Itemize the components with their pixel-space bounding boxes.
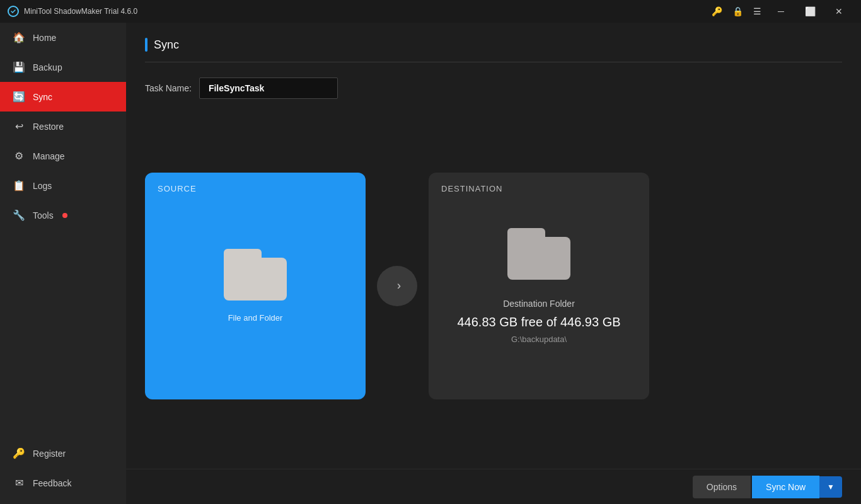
- sidebar-label-logs: Logs: [33, 181, 52, 191]
- sidebar-label-backup: Backup: [33, 62, 62, 72]
- app-title: MiniTool ShadowMaker Trial 4.6.0: [24, 7, 137, 16]
- source-label: SOURCE: [158, 184, 197, 193]
- manage-icon: ⚙: [13, 150, 25, 162]
- sidebar-item-tools[interactable]: 🔧 Tools: [0, 200, 126, 230]
- dest-folder-name: Destination Folder: [503, 299, 575, 309]
- restore-button[interactable]: ⬜: [795, 0, 824, 23]
- sidebar-label-sync: Sync: [33, 92, 52, 102]
- source-description: File and Folder: [228, 313, 283, 323]
- sidebar-item-logs[interactable]: 📋 Logs: [0, 171, 126, 200]
- titlebar-controls: ─ ⬜ ✕: [766, 0, 853, 23]
- page-title-bar: Sync: [145, 38, 842, 62]
- sidebar-label-register: Register: [33, 449, 66, 459]
- menu-icon[interactable]: ☰: [753, 6, 761, 16]
- sync-dropdown-button[interactable]: ▼: [819, 476, 842, 498]
- lock-icon[interactable]: 🔒: [732, 6, 743, 16]
- bottom-bar: Options Sync Now ▼: [126, 469, 861, 504]
- key-icon[interactable]: 🔑: [712, 6, 722, 16]
- sidebar-bottom: 🔑 Register ✉ Feedback: [0, 438, 126, 504]
- source-card[interactable]: SOURCE File and Folder: [145, 173, 366, 399]
- sidebar-item-backup[interactable]: 💾 Backup: [0, 52, 126, 82]
- restore-icon: ↩: [13, 120, 25, 132]
- sidebar-item-sync[interactable]: 🔄 Sync: [0, 82, 126, 112]
- folder-body: [224, 258, 287, 301]
- home-icon: 🏠: [13, 32, 25, 43]
- main-layout: 🏠 Home 💾 Backup 🔄 Sync ↩ Restore ⚙ Manag…: [0, 23, 861, 504]
- cards-row: SOURCE File and Folder ››› DESTINATION: [145, 118, 842, 454]
- sidebar: 🏠 Home 💾 Backup 🔄 Sync ↩ Restore ⚙ Manag…: [0, 23, 126, 504]
- backup-icon: 💾: [13, 61, 25, 73]
- sidebar-item-restore[interactable]: ↩ Restore: [0, 112, 126, 141]
- arrow-circle: ›››: [377, 266, 417, 306]
- destination-label: DESTINATION: [441, 184, 502, 193]
- minimize-button[interactable]: ─: [766, 0, 795, 23]
- close-button[interactable]: ✕: [824, 0, 853, 23]
- titlebar-left: MiniTool ShadowMaker Trial 4.6.0: [8, 6, 137, 17]
- content-area: Sync Task Name: SOURCE File and Folder: [126, 23, 861, 469]
- task-name-row: Task Name:: [145, 77, 842, 99]
- destination-folder-icon: [507, 228, 570, 280]
- sidebar-item-home[interactable]: 🏠 Home: [0, 23, 126, 52]
- destination-card[interactable]: DESTINATION Destination Folder 446.83 GB…: [429, 173, 649, 399]
- app-logo: [8, 6, 19, 17]
- tools-icon: 🔧: [13, 209, 25, 221]
- tools-badge: [62, 213, 67, 218]
- sidebar-label-restore: Restore: [33, 122, 64, 132]
- sidebar-item-feedback[interactable]: ✉ Feedback: [0, 468, 126, 498]
- sidebar-label-feedback: Feedback: [33, 478, 71, 488]
- sidebar-item-manage[interactable]: ⚙ Manage: [0, 141, 126, 171]
- sidebar-item-register[interactable]: 🔑 Register: [0, 438, 126, 468]
- register-icon: 🔑: [13, 447, 25, 459]
- sidebar-label-tools: Tools: [33, 210, 54, 220]
- sync-now-button[interactable]: Sync Now: [752, 476, 819, 498]
- arrow-container: ›››: [366, 266, 429, 306]
- dest-storage: 446.83 GB free of 446.93 GB: [457, 315, 620, 329]
- sync-icon: 🔄: [13, 91, 25, 103]
- page-title: Sync: [154, 38, 179, 52]
- titlebar-icons: 🔑 🔒 ☰: [712, 6, 761, 16]
- dest-path: G:\backupdata\: [511, 335, 567, 344]
- options-button[interactable]: Options: [693, 476, 751, 498]
- task-name-label: Task Name:: [145, 83, 192, 93]
- logs-icon: 📋: [13, 180, 25, 192]
- dest-folder-body: [507, 237, 570, 280]
- page-title-accent: [145, 38, 147, 52]
- title-bar: MiniTool ShadowMaker Trial 4.6.0 🔑 🔒 ☰ ─…: [0, 0, 861, 23]
- task-name-input[interactable]: [199, 77, 338, 99]
- feedback-icon: ✉: [13, 477, 25, 489]
- sidebar-label-manage: Manage: [33, 151, 65, 161]
- source-folder-icon: [224, 249, 287, 301]
- sidebar-label-home: Home: [33, 33, 56, 43]
